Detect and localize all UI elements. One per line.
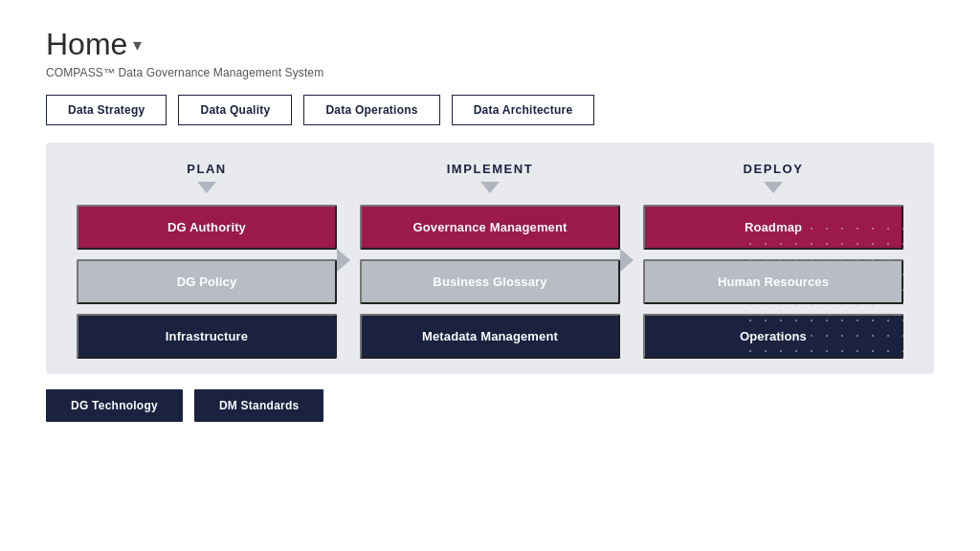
plan-cards: DG Authority DG Policy Infrastructure bbox=[77, 205, 337, 359]
bottom-nav: DG Technology DM Standards bbox=[46, 389, 934, 422]
implement-arrow-icon bbox=[480, 182, 500, 193]
btn-dm-standards[interactable]: DM Standards bbox=[194, 389, 324, 422]
card-governance-management[interactable]: Governance Management bbox=[360, 205, 620, 250]
title-chevron-icon[interactable]: ▾ bbox=[133, 34, 142, 55]
card-dg-authority[interactable]: DG Authority bbox=[77, 205, 337, 250]
nav-btn-data-strategy[interactable]: Data Strategy bbox=[46, 95, 167, 125]
card-business-glossary[interactable]: Business Glossary bbox=[360, 259, 620, 304]
card-human-resources[interactable]: Human Resources bbox=[643, 259, 903, 304]
card-dg-policy[interactable]: DG Policy bbox=[77, 259, 337, 304]
framework-area: PLAN DG Authority DG Policy Infrastructu… bbox=[46, 143, 934, 374]
top-nav: Data Strategy Data Quality Data Operatio… bbox=[46, 95, 934, 125]
nav-btn-data-architecture[interactable]: Data Architecture bbox=[452, 95, 595, 125]
nav-btn-data-quality[interactable]: Data Quality bbox=[178, 95, 292, 125]
column-implement-header: IMPLEMENT bbox=[447, 162, 534, 176]
page-title: Home bbox=[46, 27, 127, 62]
deploy-arrow-icon bbox=[764, 182, 783, 193]
column-implement: IMPLEMENT Governance Management Business… bbox=[348, 162, 632, 359]
column-deploy-header: DEPLOY bbox=[744, 162, 804, 176]
columns-wrapper: PLAN DG Authority DG Policy Infrastructu… bbox=[65, 162, 915, 359]
card-infrastructure[interactable]: Infrastructure bbox=[77, 314, 337, 359]
implement-cards: Governance Management Business Glossary … bbox=[360, 205, 620, 359]
card-metadata-management[interactable]: Metadata Management bbox=[360, 314, 620, 359]
page-container: Home ▾ COMPASS™ Data Governance Manageme… bbox=[0, 0, 980, 551]
card-operations[interactable]: Operations bbox=[643, 314, 903, 359]
page-subtitle: COMPASS™ Data Governance Management Syst… bbox=[46, 66, 934, 79]
page-title-area: Home ▾ bbox=[46, 27, 934, 62]
column-plan: PLAN DG Authority DG Policy Infrastructu… bbox=[65, 162, 348, 359]
card-roadmap[interactable]: Roadmap bbox=[643, 205, 903, 250]
column-plan-header: PLAN bbox=[187, 162, 227, 176]
deploy-cards: Roadmap Human Resources Operations bbox=[643, 205, 903, 359]
plan-arrow-icon bbox=[197, 182, 216, 193]
column-deploy: DEPLOY Roadmap Human Resources Operation… bbox=[632, 162, 915, 359]
nav-btn-data-operations[interactable]: Data Operations bbox=[303, 95, 439, 125]
btn-dg-technology[interactable]: DG Technology bbox=[46, 389, 183, 422]
